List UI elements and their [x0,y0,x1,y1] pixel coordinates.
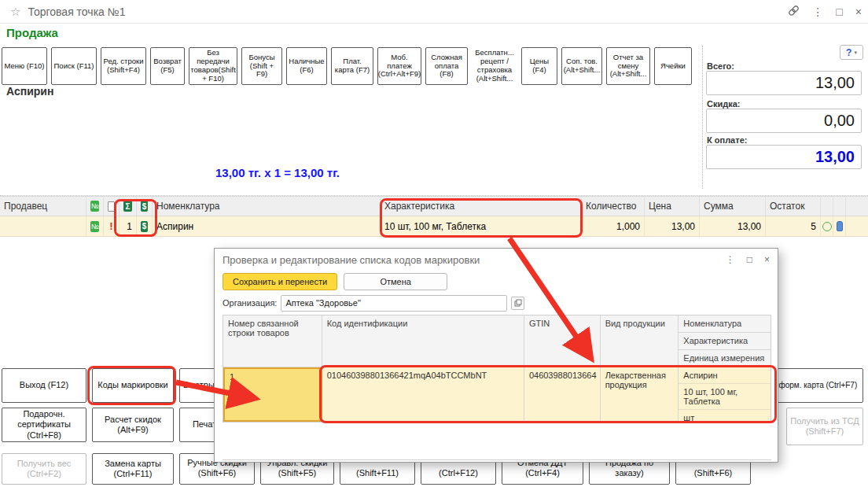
total-label: Всего: [707,61,734,71]
cell-seller[interactable] [0,216,86,236]
save-transfer-button[interactable]: Сохранить и перенести [223,273,337,290]
organization-row: Организация: [215,293,778,313]
col-characteristic[interactable]: Характеристика [381,197,582,216]
exit-button[interactable]: Выход (F12) [2,368,86,403]
cell-nomenclature[interactable]: Аспирин [153,216,381,236]
cell-characteristic[interactable]: 10 шт, 100 мг, Таблетка [381,216,582,236]
col-price[interactable]: Цена [645,197,700,216]
due-value: 13,00 [706,145,862,169]
menu-button[interactable]: Меню (F10) [2,47,47,85]
maximize-icon[interactable]: □ [836,6,842,18]
app-window: ☆ Торговая точка №1 ⋮ □ × Продажа Аспири… [0,0,868,487]
return-button[interactable]: Возврат (F5) [150,47,185,85]
discount-label: Скидка: [707,99,740,109]
col-status2 [833,197,846,216]
cell-characteristic[interactable]: 10 шт, 100 мг, Таблетка [679,384,771,410]
get-weight-button[interactable]: Получить вес (Ctrl+F2) [2,453,86,485]
row-ok-circle-icon [821,216,833,236]
cell-nomenclature[interactable]: Аспирин [679,367,771,384]
col-identification-code[interactable]: Код идентификации [322,315,524,367]
cell-marks-count[interactable]: 1 [120,216,137,236]
sale-table-header: Продавец № Σ $ Номенклатура Характеристи… [0,196,868,216]
window-title: Торговая точка №1 [28,6,125,18]
close-icon[interactable]: × [855,6,862,18]
no-transfer-goods-button[interactable]: Без передачи товаров(Shift + F10) [189,47,237,85]
col-stock[interactable]: Остаток [766,197,821,216]
chevron-down-icon: ▾ [854,50,857,56]
link-icon[interactable] [788,5,800,19]
discount-calc-button[interactable]: Расчет скидок (Alt+F9) [92,408,174,442]
cell-identification-code[interactable]: 010460398801366421mqA04bTCCMbNT [322,367,524,422]
organization-pick-icon[interactable] [511,297,524,310]
totals-separator [702,46,703,189]
sale-table: Продавец № Σ $ Номенклатура Характеристи… [0,195,868,237]
row-money-icon: $ [137,216,153,236]
marking-codes-table: Номер связанной строки товаров Код идент… [223,315,771,422]
dialog-close-icon[interactable]: × [764,254,770,265]
mobile-payment-button[interactable]: Моб. платеж (Ctrl+Alt+F9) [377,47,421,85]
cash-button[interactable]: Наличные (F6) [286,47,327,85]
marking-codes-button[interactable]: Коды маркировки [92,368,174,403]
cell-sum[interactable]: 13,00 [700,216,766,236]
favorite-star-icon[interactable]: ☆ [10,5,20,19]
number-column-icon[interactable]: № [86,197,104,216]
related-goods-button[interactable]: Соп. тов. (Alt+Shift... [561,47,602,85]
price-calculation-line: 13,00 тг. x 1 = 13,00 тг. [215,166,340,179]
cell-price[interactable]: 13,00 [645,216,700,236]
cancel-button[interactable]: Отмена [344,273,447,290]
marking-codes-dialog: Проверка и редактирование списка кодов м… [214,248,778,463]
titlebar: ☆ Торговая точка №1 ⋮ □ × [0,0,868,24]
edit-row-button[interactable]: Ред. строки (Shift+F4) [101,47,146,85]
cells-button[interactable]: Ячейки [654,47,692,85]
dialog-more-icon[interactable]: ⋮ [726,254,735,265]
cell-product-type[interactable]: Лекарственная продукция [601,367,679,422]
marking-table-row[interactable]: 1 010460398801366421mqA04bTCCMbNT 046039… [223,367,771,422]
sum-column-icon[interactable]: Σ [120,197,137,216]
product-name-heading: Аспирин [6,85,53,98]
payment-card-button[interactable]: Плат. карта (F7) [331,47,373,85]
search-button[interactable]: Поиск (F11) [51,47,97,85]
col-nomenclature[interactable]: Номенклатура [153,197,381,216]
col-status1 [821,197,833,216]
cell-linked-line[interactable]: 1 [223,367,322,422]
col-gtin[interactable]: GTIN [524,315,601,367]
organization-label: Организация: [223,298,277,308]
help-button[interactable]: ? ▾ [840,45,863,60]
col-characteristic[interactable]: Характеристика [679,333,771,350]
discount-value: 0,00 [706,109,862,133]
row-number-icon: № [86,216,104,236]
money-column-icon[interactable]: $ [137,197,153,216]
col-nomenclature[interactable]: Номенклатура [679,315,771,333]
cell-quantity[interactable]: 1,000 [582,216,645,236]
marking-table-empty-area [223,422,771,460]
more-menu-icon[interactable]: ⋮ [812,6,823,18]
cell-unit[interactable]: шт [679,410,771,422]
col-stacked-headers: Номенклатура Характеристика Единица изме… [679,315,771,367]
free-prescription-button[interactable]: Бесплатн... рецепт / страховка (Alt+Shif… [472,47,517,85]
marking-table-header: Номер связанной строки товаров Код идент… [223,315,771,367]
organization-input[interactable] [281,295,507,312]
gift-certificates-button[interactable]: Подарочн. сертификаты (Ctrl+F8) [2,408,86,442]
row-marker-icon [833,216,846,236]
col-seller[interactable]: Продавец [0,197,86,216]
sale-table-row[interactable]: № ! 1 $ Аспирин 10 шт, 100 мг, Таблетка … [0,216,868,237]
document-column-icon[interactable] [104,197,120,216]
complex-payment-button[interactable]: Сложная оплата (F8) [425,47,468,85]
col-linked-line[interactable]: Номер связанной строки товаров [223,315,322,367]
replace-card-button[interactable]: Замена карты (Ctrl+F11) [92,453,174,485]
dialog-maximize-icon[interactable]: □ [747,254,752,265]
col-quantity[interactable]: Количество [582,197,645,216]
col-unit[interactable]: Единица измерения [679,350,771,367]
due-label: К оплате: [707,135,747,145]
col-sum[interactable]: Сумма [700,197,766,216]
page-title: Продажа [6,26,58,39]
prices-button[interactable]: Цены (F4) [521,47,557,85]
cell-stock[interactable]: 5 [766,216,821,236]
total-value: 13,00 [706,71,862,95]
col-product-type[interactable]: Вид продукции [601,315,679,367]
shift-report-button[interactable]: Отчет за смену (Alt+Shift... [606,47,650,85]
dialog-header: Проверка и редактирование списка кодов м… [215,249,778,271]
get-from-tsd-button[interactable]: Получить из ТСД (Shift+F7) [786,408,863,445]
bonuses-button[interactable]: Бонусы (Shift + F9) [241,47,282,85]
cell-gtin[interactable]: 04603988013664 [524,367,601,422]
